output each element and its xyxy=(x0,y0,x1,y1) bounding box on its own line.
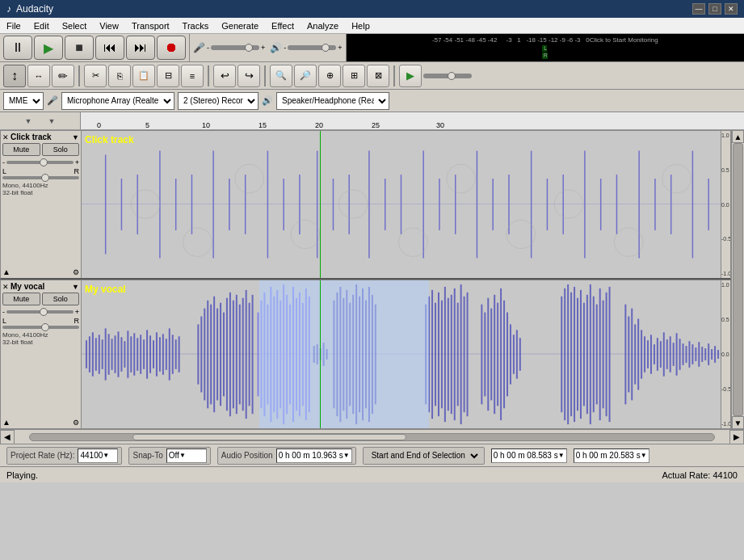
zoom-out-button[interactable]: 🔎 xyxy=(294,65,317,87)
redo-button[interactable]: ↪ xyxy=(237,65,260,87)
zoom-project-button[interactable]: ⊠ xyxy=(367,65,389,87)
project-rate-arrow[interactable]: ▼ xyxy=(103,452,109,459)
click-track-menu-arrow[interactable]: ▼ xyxy=(72,133,79,141)
click-track-volume-slider[interactable] xyxy=(6,161,74,164)
cut-button[interactable]: ✂ xyxy=(84,65,107,87)
svg-rect-139 xyxy=(441,301,443,409)
my-vocal-track-close[interactable]: ✕ xyxy=(2,283,9,291)
meter-monitor-label: Click to Start Monitoring xyxy=(590,36,658,44)
selection-mode-select[interactable]: Start and End of Selection xyxy=(367,447,481,465)
hscroll-right-arrow[interactable]: ▶ xyxy=(729,430,744,444)
play-button[interactable]: ▶ xyxy=(34,36,63,60)
svg-rect-201 xyxy=(701,347,703,362)
click-track-pan-slider[interactable] xyxy=(2,176,79,179)
play-speed-slider[interactable] xyxy=(423,74,472,78)
hscroll-left-arrow[interactable]: ◀ xyxy=(0,430,15,444)
click-track-pan-thumb[interactable] xyxy=(41,174,49,182)
skip-back-button[interactable]: ⏮ xyxy=(95,36,124,60)
menu-help[interactable]: Help xyxy=(345,18,376,33)
my-vocal-track-volume-slider[interactable] xyxy=(6,310,74,314)
play-speed-thumb[interactable] xyxy=(448,72,456,80)
envelope-tool-button[interactable]: ↔ xyxy=(27,65,50,87)
skip-forward-button[interactable]: ⏭ xyxy=(126,36,155,60)
svg-rect-175 xyxy=(606,293,607,416)
sel-start-arrow[interactable]: ▼ xyxy=(558,452,565,459)
speaker-device-select[interactable]: Speaker/Headphone (Realte xyxy=(276,92,389,110)
vscroll-down-arrow[interactable]: ▼ xyxy=(732,416,744,429)
selection-tool-button[interactable]: ↕ xyxy=(3,65,26,87)
svg-rect-174 xyxy=(603,301,604,409)
vu-meter[interactable]: -57 -54 -51 -48 -45 -42 -3 1 -18 -15 -12… xyxy=(347,34,744,61)
click-track-volume-thumb[interactable] xyxy=(40,158,48,166)
zoom-sel-button[interactable]: ⊕ xyxy=(318,65,341,87)
input-volume-slider[interactable] xyxy=(211,45,259,50)
menu-generate[interactable]: Generate xyxy=(215,18,265,33)
click-track-label: Click track xyxy=(85,134,134,145)
svg-rect-67 xyxy=(140,335,141,373)
trim-button[interactable]: ⊟ xyxy=(157,65,179,87)
ruler-offset: ▼ ▼ xyxy=(0,112,81,129)
click-track-collapse-button[interactable]: ▲ xyxy=(2,267,11,276)
draw-tool-button[interactable]: ✏ xyxy=(52,65,74,87)
input-volume-thumb[interactable] xyxy=(245,44,253,52)
svg-rect-182 xyxy=(641,330,642,378)
channels-select[interactable]: 2 (Stereo) Recor xyxy=(178,92,259,110)
svg-rect-194 xyxy=(679,339,681,370)
menu-file[interactable]: File xyxy=(0,18,27,33)
close-button[interactable]: ✕ xyxy=(725,3,738,15)
zoom-fit-button[interactable]: ⊞ xyxy=(343,65,365,87)
zoom-in-button[interactable]: 🔍 xyxy=(270,65,292,87)
audio-pos-arrow[interactable]: ▼ xyxy=(343,452,350,459)
play-at-speed-button[interactable]: ▶ xyxy=(399,65,422,87)
menu-effect[interactable]: Effect xyxy=(265,18,301,33)
click-track-mute-button[interactable]: Mute xyxy=(2,143,40,156)
stop-button[interactable]: ■ xyxy=(65,36,94,60)
my-vocal-track-volume-thumb[interactable] xyxy=(40,308,48,316)
menu-edit[interactable]: Edit xyxy=(27,18,56,33)
vscroll-up-arrow[interactable]: ▲ xyxy=(732,130,744,143)
menu-select[interactable]: Select xyxy=(56,18,94,33)
hscroll-track[interactable] xyxy=(29,433,715,441)
click-track-menu-btn[interactable]: ⚙ xyxy=(73,268,79,276)
record-button[interactable]: ⏺ xyxy=(157,36,186,60)
svg-rect-96 xyxy=(249,303,250,406)
silence-button[interactable]: ≡ xyxy=(181,65,204,87)
my-vocal-track-collapse-button[interactable]: ▲ xyxy=(2,418,11,427)
click-track-solo-button[interactable]: Solo xyxy=(42,143,80,156)
svg-rect-188 xyxy=(660,341,662,368)
menu-tracks[interactable]: Tracks xyxy=(176,18,216,33)
svg-rect-91 xyxy=(233,301,234,409)
snap-to-arrow[interactable]: ▼ xyxy=(179,452,186,459)
mic-device-select[interactable]: Microphone Array (Realtek xyxy=(61,92,174,110)
copy-button[interactable]: ⎘ xyxy=(108,65,131,87)
vocal-scale-m1-0: -1.0 xyxy=(721,421,730,427)
paste-button[interactable]: 📋 xyxy=(132,65,155,87)
my-vocal-track-solo-button[interactable]: Solo xyxy=(42,293,80,305)
undo-button[interactable]: ↩ xyxy=(213,65,236,87)
pause-button[interactable]: ⏸ xyxy=(3,36,32,60)
menu-view[interactable]: View xyxy=(93,18,125,33)
my-vocal-track-pan-thumb[interactable] xyxy=(41,323,49,331)
vscroll-track[interactable] xyxy=(733,143,743,416)
my-vocal-track-menu-arrow[interactable]: ▼ xyxy=(72,283,79,291)
audio-host-select[interactable]: MME xyxy=(3,92,44,110)
maximize-button[interactable]: □ xyxy=(708,3,721,15)
my-vocal-track-menu-btn[interactable]: ⚙ xyxy=(73,419,79,427)
hscroll-thumb[interactable] xyxy=(132,434,406,440)
output-volume-thumb[interactable] xyxy=(322,44,330,52)
svg-rect-81 xyxy=(200,317,202,393)
sel-end-arrow[interactable]: ▼ xyxy=(641,452,647,459)
toolbar-separator-2 xyxy=(208,65,209,86)
app-title: ♪ Audacity xyxy=(6,3,53,15)
svg-rect-158 xyxy=(513,335,515,373)
my-vocal-track-mute-solo: Mute Solo xyxy=(2,293,79,305)
vertical-scrollbar[interactable]: ▲ ▼ xyxy=(731,130,744,429)
menu-analyze[interactable]: Analyze xyxy=(301,18,345,33)
my-vocal-track-pan-row xyxy=(2,326,79,329)
click-track-close[interactable]: ✕ xyxy=(2,133,9,141)
my-vocal-track-mute-button[interactable]: Mute xyxy=(2,293,40,305)
output-volume-slider[interactable] xyxy=(288,45,336,50)
my-vocal-track-pan-slider[interactable] xyxy=(2,326,79,329)
minimize-button[interactable]: — xyxy=(692,3,705,15)
menu-transport[interactable]: Transport xyxy=(125,18,176,33)
